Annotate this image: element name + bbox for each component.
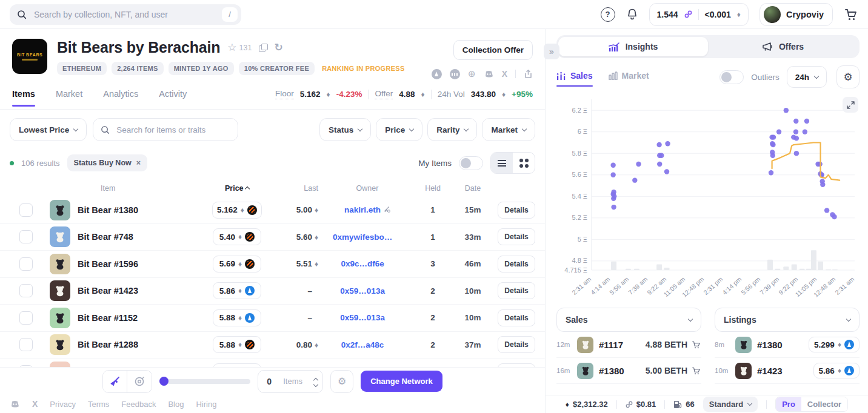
sweep-button[interactable] xyxy=(103,371,127,392)
collapse-panel-button[interactable]: » xyxy=(544,44,559,59)
details-button[interactable]: Details xyxy=(498,309,535,326)
change-network-button[interactable]: Change Network xyxy=(361,371,442,392)
step-down-icon[interactable] xyxy=(313,382,318,386)
item-search[interactable] xyxy=(93,118,238,141)
target-button[interactable] xyxy=(127,371,152,392)
col-item[interactable]: Item xyxy=(50,184,208,193)
tab-activity[interactable]: Activity xyxy=(159,89,187,106)
copy-address-icon[interactable] xyxy=(259,44,267,51)
chart-canvas[interactable]: 6.2 Ξ6 Ξ5.8 Ξ5.6 Ξ5.4 Ξ5.2 Ξ5 Ξ4.8 Ξ4.71… xyxy=(556,93,860,304)
buy-price-chip[interactable]: 5.88♦ xyxy=(213,336,261,353)
owner-link[interactable]: 0x9c…df6e xyxy=(341,259,384,268)
discord-icon[interactable] xyxy=(484,70,494,78)
details-button[interactable]: Details xyxy=(498,256,535,273)
table-row[interactable]: Bit Bear #1596 5.69♦ 5.51 ♦ 0x9c…df6e 3 … xyxy=(0,251,545,278)
footer-link-terms[interactable]: Terms xyxy=(88,400,109,409)
col-last[interactable]: Last xyxy=(266,184,322,193)
sort-dropdown[interactable]: Lowest Price xyxy=(10,118,87,141)
owner-link[interactable]: 0x59…013a xyxy=(340,313,385,322)
buy-price-chip[interactable]: 5.162♦ xyxy=(212,202,262,219)
gas-speed-dropdown[interactable]: Standard xyxy=(703,397,758,412)
tab-offers[interactable]: Offers xyxy=(708,37,858,56)
mode-collector[interactable]: Collector xyxy=(801,397,847,411)
details-button[interactable]: Details xyxy=(498,228,535,245)
sweep-slider[interactable] xyxy=(159,379,250,384)
x-twitter-icon[interactable]: X xyxy=(502,69,507,79)
tab-sales[interactable]: Sales xyxy=(556,71,593,87)
buy-price-chip[interactable]: 5.86♦ xyxy=(213,282,261,299)
share-icon[interactable] xyxy=(524,69,533,79)
x-twitter-icon[interactable]: X xyxy=(32,399,38,409)
refresh-icon[interactable]: ↻ xyxy=(274,41,282,54)
time-range-dropdown[interactable]: 24h xyxy=(787,66,827,88)
table-row[interactable]: Bit Bear #1423 5.86♦ – ♦ 0x59…013a 2 10m… xyxy=(0,278,545,305)
global-search-input[interactable] xyxy=(33,9,216,20)
discord-icon[interactable] xyxy=(10,400,20,408)
mode-pro[interactable]: Pro xyxy=(776,397,801,411)
tab-market[interactable]: Market xyxy=(609,71,649,87)
details-button[interactable]: Details xyxy=(498,336,535,353)
table-row[interactable]: Bit Bear #1152 5.88♦ – ♦ 0x59…013a 2 10m… xyxy=(0,305,545,332)
owner-link[interactable]: 0x2f…a48c xyxy=(341,340,384,349)
footer-link-feedback[interactable]: Feedback xyxy=(121,400,156,409)
owner-link[interactable]: 0xmywifesbo… xyxy=(333,233,392,242)
outliers-toggle[interactable] xyxy=(719,70,744,84)
sales-feed-dropdown[interactable]: Sales xyxy=(556,308,701,332)
chart-settings-button[interactable]: ⚙ xyxy=(836,65,860,88)
rarity-filter[interactable]: Rarity xyxy=(427,118,477,141)
favorite-star-icon[interactable]: ☆ xyxy=(227,41,236,54)
grid-view-button[interactable] xyxy=(513,153,535,173)
help-icon[interactable]: ? xyxy=(601,7,615,22)
wallet-balance[interactable]: 1.544 <0.001 ♦ xyxy=(649,3,749,26)
footer-link-privacy[interactable]: Privacy xyxy=(50,400,76,409)
sale-row[interactable]: 16m #1380 5.00 BETH xyxy=(556,358,701,384)
buy-price-chip[interactable]: 5.40♦ xyxy=(213,228,261,245)
user-menu[interactable]: Crypoviy xyxy=(760,3,833,26)
website-icon[interactable]: ⊕ xyxy=(468,68,476,79)
table-row[interactable]: Bit Bear #748 5.40♦ 5.60 ♦ 0xmywifesbo… … xyxy=(0,224,545,251)
sweep-items-field[interactable]: 0 Items xyxy=(258,370,323,393)
details-button[interactable]: Details xyxy=(498,202,535,219)
footer-link-blog[interactable]: Blog xyxy=(168,400,184,409)
listing-row[interactable]: 10m #1423 5.86♦ xyxy=(715,358,860,384)
notifications-icon[interactable] xyxy=(626,8,638,21)
col-date[interactable]: Date xyxy=(453,184,493,193)
status-filter[interactable]: Status xyxy=(319,118,371,141)
listings-feed-dropdown[interactable]: Listings xyxy=(715,308,860,332)
row-checkbox[interactable] xyxy=(19,257,33,271)
my-items-toggle[interactable] xyxy=(459,156,483,170)
listing-row[interactable]: 8m #1380 5.299♦ xyxy=(715,332,860,358)
opensea-icon[interactable] xyxy=(432,69,442,79)
global-search[interactable]: / xyxy=(10,4,241,25)
item-search-input[interactable] xyxy=(115,125,230,135)
cart-icon[interactable] xyxy=(844,7,858,22)
tab-insights[interactable]: Insights xyxy=(558,37,708,56)
row-checkbox[interactable] xyxy=(19,284,33,297)
row-checkbox[interactable] xyxy=(19,203,33,217)
expand-chart-button[interactable] xyxy=(843,97,858,113)
listing-price-chip[interactable]: 5.299♦ xyxy=(809,337,860,352)
price-filter[interactable]: Price xyxy=(376,118,422,141)
status-buy-now-chip[interactable]: Status Buy Now× xyxy=(67,154,147,171)
listing-price-chip[interactable]: 5.86♦ xyxy=(813,363,860,378)
details-button[interactable]: Details xyxy=(498,282,535,299)
owner-link[interactable]: 0x59…013a xyxy=(340,286,385,296)
buy-price-chip[interactable]: 5.88♦ xyxy=(213,309,261,326)
col-owner[interactable]: Owner xyxy=(322,184,413,193)
sale-row[interactable]: 12m #1117 4.88 BETH xyxy=(556,332,701,358)
sweep-items-value[interactable]: 0 xyxy=(267,377,272,386)
owner-link[interactable]: nakiri.eth xyxy=(344,205,381,214)
sweep-items-stepper[interactable] xyxy=(314,377,318,386)
market-filter[interactable]: Market xyxy=(482,118,535,141)
list-view-button[interactable] xyxy=(491,153,513,173)
table-row[interactable]: Bit Bear #1288 5.88♦ 0.80 ♦ 0x2f…a48c 2 … xyxy=(0,332,545,359)
tab-items[interactable]: Items xyxy=(12,89,35,106)
row-checkbox[interactable] xyxy=(19,338,33,351)
footer-link-hiring[interactable]: Hiring xyxy=(196,400,216,409)
marketplace-icon[interactable] xyxy=(450,69,460,79)
row-checkbox[interactable] xyxy=(19,230,33,243)
collection-offer-button[interactable]: Collection Offer xyxy=(453,40,533,60)
col-held[interactable]: Held xyxy=(413,184,453,193)
buy-price-chip[interactable]: 5.69♦ xyxy=(213,256,261,273)
tab-market[interactable]: Market xyxy=(56,89,82,106)
